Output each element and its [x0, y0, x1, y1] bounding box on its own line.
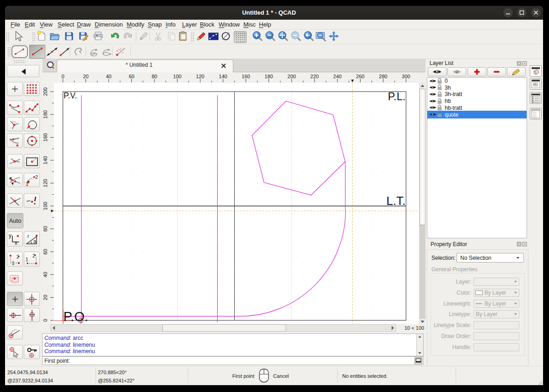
svg-text:200: 200 — [287, 74, 296, 79]
svg-text:160: 160 — [242, 74, 250, 79]
svg-text:20: 20 — [43, 295, 48, 300]
svg-text:60: 60 — [129, 74, 134, 79]
svg-text:1: 1 — [26, 257, 28, 262]
svg-text:100: 100 — [43, 202, 48, 210]
svg-text:a: a — [33, 238, 37, 244]
svg-text:140: 140 — [219, 74, 227, 79]
svg-text:40: 40 — [106, 74, 111, 79]
svg-text:0: 0 — [61, 74, 64, 79]
svg-text:80: 80 — [43, 226, 48, 231]
svg-text:y: y — [9, 232, 11, 239]
svg-text:140: 140 — [43, 156, 48, 164]
svg-text:180: 180 — [43, 110, 48, 118]
svg-text:120: 120 — [196, 74, 204, 79]
svg-text:x: x — [15, 240, 17, 246]
svg-text:L.T.: L.T. — [387, 194, 406, 208]
svg-text:P.L.: P.L. — [388, 91, 406, 102]
svg-text:20: 20 — [83, 74, 88, 79]
svg-text:0: 0 — [43, 319, 48, 322]
svg-text:2: 2 — [32, 253, 35, 258]
svg-text:2: 2 — [35, 174, 38, 180]
svg-text:300: 300 — [402, 74, 410, 79]
svg-text:160: 160 — [43, 133, 48, 141]
svg-text:P.O.: P.O. — [64, 309, 88, 324]
svg-text:200: 200 — [43, 87, 48, 96]
svg-text:80: 80 — [151, 74, 157, 79]
svg-text:40: 40 — [43, 272, 48, 277]
svg-text:260: 260 — [356, 74, 364, 79]
svg-text:1: 1 — [12, 261, 15, 266]
svg-text:180: 180 — [264, 74, 273, 79]
svg-text:P.V.: P.V. — [64, 91, 77, 100]
svg-text:280: 280 — [379, 74, 387, 79]
svg-text:60: 60 — [43, 249, 48, 254]
svg-text:240: 240 — [333, 74, 341, 79]
svg-text:100: 100 — [173, 74, 181, 79]
svg-text:220: 220 — [310, 74, 318, 79]
svg-text:r: r — [27, 233, 29, 239]
svg-text:120: 120 — [43, 179, 48, 187]
